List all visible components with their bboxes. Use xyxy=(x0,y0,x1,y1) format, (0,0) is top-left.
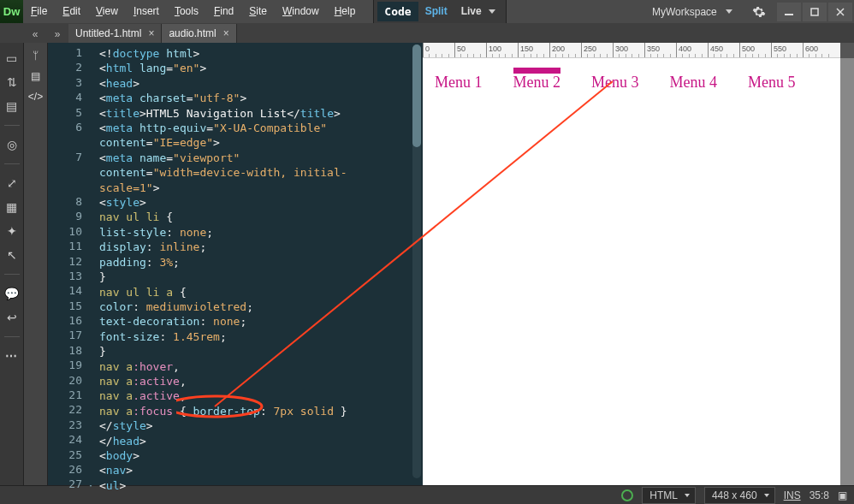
app-toolbar: ▭ ⇅ ▤ ◎ ⤢ ▦ ✦ ↖ 💬 ↩ ⋯ xyxy=(0,43,24,485)
preview-nav-link[interactable]: Menu 1 xyxy=(435,74,483,92)
view-switch: Code Split Live xyxy=(373,0,506,23)
menu-find[interactable]: Find xyxy=(206,0,241,23)
svg-rect-1 xyxy=(811,9,818,15)
related-files-icon[interactable]: ▤ xyxy=(31,70,40,82)
menu-edit[interactable]: Edit xyxy=(55,0,88,23)
comment-icon[interactable]: 💬 xyxy=(3,285,21,302)
preview-nav-link[interactable]: Menu 5 xyxy=(748,74,796,92)
expand-icon[interactable]: ⤢ xyxy=(3,175,21,192)
menu-view[interactable]: View xyxy=(88,0,126,23)
wrap-icon[interactable]: ↩ xyxy=(3,309,21,326)
menu-site[interactable]: Site xyxy=(241,0,275,23)
pointer-icon[interactable]: ↖ xyxy=(3,246,21,264)
code-editor-pane: 1234567891011121314151617181920212223242… xyxy=(48,43,423,485)
preview-scrollbar[interactable] xyxy=(840,58,854,485)
status-size-select[interactable]: 448 x 460 xyxy=(704,487,775,504)
more-icon[interactable]: ⋯ xyxy=(3,347,21,365)
doctab[interactable]: Untitled-1.html× xyxy=(68,24,162,43)
preview-nav-link[interactable]: Menu 2 xyxy=(513,68,561,92)
document-tab-bar: Untitled-1.html×audio.html× xyxy=(0,23,854,43)
view-live-button[interactable]: Live xyxy=(454,2,502,21)
file-manage-icon[interactable]: ▤ xyxy=(3,98,21,115)
panel-collapse-left-icon[interactable]: « xyxy=(24,25,46,43)
target-icon[interactable]: ◎ xyxy=(3,136,21,153)
horizontal-ruler: 050100150200250300350400450500550600 xyxy=(423,43,854,58)
file-new-icon[interactable]: ▭ xyxy=(3,50,21,67)
close-tab-icon[interactable]: × xyxy=(223,27,229,39)
doctab[interactable]: audio.html× xyxy=(162,24,236,43)
preview-resize-handle[interactable] xyxy=(840,43,854,58)
svg-rect-0 xyxy=(785,14,793,15)
dom-tree-icon[interactable]: ᛘ xyxy=(33,50,39,62)
source-code-icon[interactable]: </> xyxy=(28,91,43,103)
view-code-button[interactable]: Code xyxy=(377,2,418,21)
line-gutter[interactable]: 1234567891011121314151617181920212223242… xyxy=(48,43,87,485)
live-preview-pane: 050100150200250300350400450500550600 Men… xyxy=(423,43,854,485)
main-menu-bar: FileEditViewInsertToolsFindSiteWindowHel… xyxy=(23,0,363,23)
wand-icon[interactable]: ✦ xyxy=(3,222,21,240)
status-insert-mode[interactable]: INS xyxy=(784,489,801,501)
app-logo[interactable]: Dw xyxy=(0,0,23,23)
settings-gear-icon[interactable] xyxy=(748,0,770,23)
preview-body[interactable]: Menu 1Menu 2Menu 3Menu 4Menu 5 xyxy=(423,58,854,485)
window-maximize-icon[interactable] xyxy=(803,3,827,21)
status-bar: HTML 448 x 460 INS 35:8 ▣ xyxy=(0,485,854,504)
close-tab-icon[interactable]: × xyxy=(148,27,154,39)
doc-toolbar: ᛘ ▤ </> xyxy=(24,43,48,485)
code-area[interactable]: <!doctype html> <html lang="en"> <head> … xyxy=(87,43,423,485)
status-ok-icon xyxy=(621,489,633,501)
editor-scrollbar-thumb[interactable] xyxy=(412,44,421,147)
workspace-switcher[interactable]: MyWorkspace xyxy=(645,0,748,23)
grid-icon[interactable]: ▦ xyxy=(3,199,21,216)
status-language-select[interactable]: HTML xyxy=(642,487,696,504)
preview-nav-link[interactable]: Menu 3 xyxy=(591,74,639,92)
git-icon[interactable]: ⇅ xyxy=(3,74,21,91)
menu-file[interactable]: File xyxy=(23,0,55,23)
menu-tools[interactable]: Tools xyxy=(167,0,206,23)
status-cursor-position: 35:8 xyxy=(810,489,829,501)
preview-nav-link[interactable]: Menu 4 xyxy=(670,74,718,92)
panel-collapse-right-icon[interactable]: » xyxy=(46,25,68,43)
menu-help[interactable]: Help xyxy=(327,0,364,23)
window-minimize-icon[interactable] xyxy=(777,3,801,21)
preview-nav-menu: Menu 1Menu 2Menu 3Menu 4Menu 5 xyxy=(435,74,842,92)
menu-window[interactable]: Window xyxy=(275,0,327,23)
view-split-button[interactable]: Split xyxy=(418,2,454,21)
window-close-icon[interactable] xyxy=(828,3,852,21)
status-panel-toggle-icon[interactable]: ▣ xyxy=(838,489,847,501)
menu-insert[interactable]: Insert xyxy=(126,0,167,23)
